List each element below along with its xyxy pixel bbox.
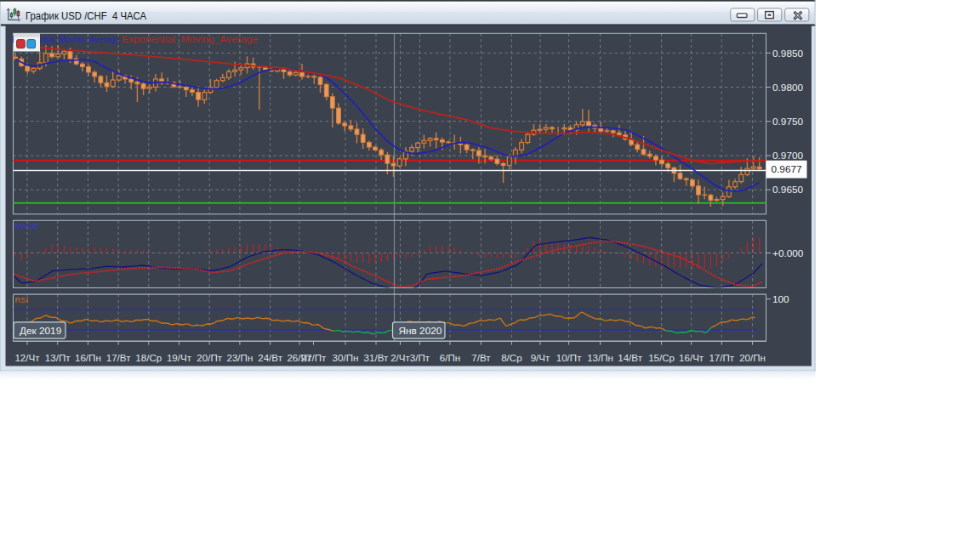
svg-text:3/Пт: 3/Пт bbox=[410, 352, 430, 363]
svg-text:0.9750: 0.9750 bbox=[772, 116, 804, 128]
svg-text:Янв 2020: Янв 2020 bbox=[399, 325, 442, 337]
svg-text:0.9850: 0.9850 bbox=[772, 48, 804, 60]
svg-text:18/Ср: 18/Ср bbox=[135, 352, 162, 363]
svg-text:8/Ср: 8/Ср bbox=[501, 352, 522, 363]
svg-text:16/Чт: 16/Чт bbox=[679, 352, 704, 363]
svg-text:+0.000: +0.000 bbox=[772, 247, 804, 259]
svg-text:20/Пн: 20/Пн bbox=[739, 352, 766, 363]
svg-text:6/Пн: 6/Пн bbox=[440, 352, 460, 363]
svg-text:9/Чт: 9/Чт bbox=[531, 352, 550, 363]
svg-text:RSI: RSI bbox=[15, 295, 29, 304]
svg-text:17/Вт: 17/Вт bbox=[106, 352, 131, 363]
svg-text:13/Пт: 13/Пт bbox=[45, 352, 71, 363]
svg-text:17/Пт: 17/Пт bbox=[709, 352, 734, 363]
svg-text:Exponential_Moving_Average: Exponential_Moving_Average bbox=[122, 34, 258, 44]
svg-text:График USD /CHF 4 ЧАСА: График USD /CHF 4 ЧАСА bbox=[26, 9, 146, 22]
svg-text:100: 100 bbox=[772, 293, 789, 305]
svg-text:13/Пн: 13/Пн bbox=[587, 352, 613, 363]
svg-text:27/Пт: 27/Пт bbox=[301, 352, 327, 363]
svg-text:0.9700: 0.9700 bbox=[772, 150, 804, 162]
svg-text:19/Чт: 19/Чт bbox=[167, 352, 192, 363]
svg-text:0.9800: 0.9800 bbox=[772, 82, 804, 94]
svg-text:31/Вт: 31/Вт bbox=[364, 352, 389, 363]
svg-text:7/Вт: 7/Вт bbox=[471, 352, 491, 363]
svg-text:20/Пт: 20/Пт bbox=[197, 352, 222, 363]
svg-text:14/Вт: 14/Вт bbox=[618, 352, 642, 363]
svg-text:16/Пн: 16/Пн bbox=[75, 352, 101, 363]
svg-text:0.9650: 0.9650 bbox=[772, 184, 804, 196]
svg-text:10/Пт: 10/Пт bbox=[556, 352, 582, 363]
svg-text:30/Пн: 30/Пн bbox=[333, 352, 359, 363]
svg-text:2/Чт: 2/Чт bbox=[390, 352, 410, 363]
svg-text:MACD: MACD bbox=[15, 221, 39, 230]
svg-text:Дек 2019: Дек 2019 bbox=[20, 325, 61, 337]
svg-text:15/Ср: 15/Ср bbox=[648, 352, 675, 363]
svg-text:0.9677: 0.9677 bbox=[772, 163, 802, 175]
svg-text:23/Пн: 23/Пн bbox=[226, 352, 253, 363]
svg-text:24/Вт: 24/Вт bbox=[258, 352, 282, 363]
svg-text:12/Чт: 12/Чт bbox=[14, 352, 40, 363]
